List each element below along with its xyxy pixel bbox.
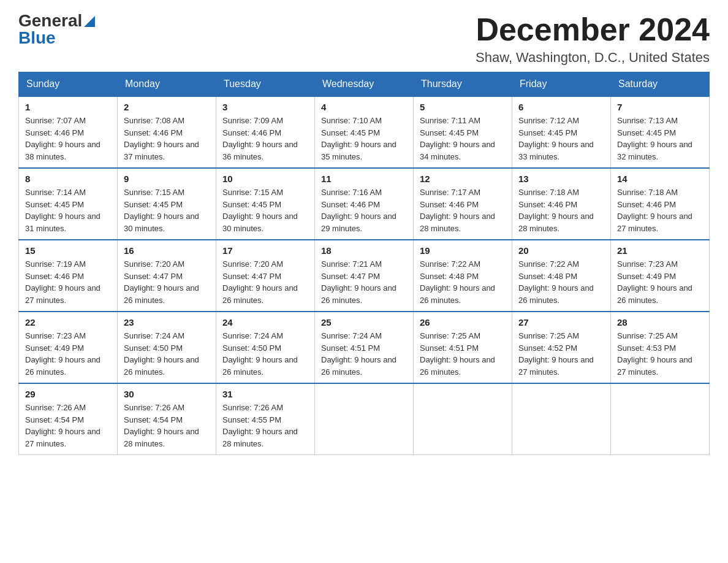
calendar-day-cell: 9 Sunrise: 7:15 AM Sunset: 4:45 PM Dayli… (118, 168, 216, 240)
calendar-day-cell: 3 Sunrise: 7:09 AM Sunset: 4:46 PM Dayli… (216, 96, 315, 168)
day-number: 21 (617, 245, 703, 256)
day-info: Sunrise: 7:14 AM Sunset: 4:45 PM Dayligh… (25, 186, 111, 234)
day-info: Sunrise: 7:25 AM Sunset: 4:51 PM Dayligh… (420, 330, 506, 378)
day-info: Sunrise: 7:20 AM Sunset: 4:47 PM Dayligh… (222, 258, 308, 306)
header-wednesday: Wednesday (315, 72, 414, 97)
calendar-week-row: 29 Sunrise: 7:26 AM Sunset: 4:54 PM Dayl… (19, 383, 710, 455)
day-number: 5 (420, 102, 506, 112)
header-saturday: Saturday (611, 72, 710, 97)
day-info: Sunrise: 7:13 AM Sunset: 4:45 PM Dayligh… (617, 115, 703, 163)
day-number: 7 (617, 102, 703, 112)
calendar-table: Sunday Monday Tuesday Wednesday Thursday… (18, 72, 710, 455)
calendar-day-cell (611, 383, 710, 455)
header-monday: Monday (118, 72, 216, 97)
day-info: Sunrise: 7:18 AM Sunset: 4:46 PM Dayligh… (617, 186, 703, 234)
calendar-day-cell: 31 Sunrise: 7:26 AM Sunset: 4:55 PM Dayl… (216, 383, 315, 455)
header-thursday: Thursday (414, 72, 512, 97)
calendar-day-cell: 1 Sunrise: 7:07 AM Sunset: 4:46 PM Dayli… (19, 96, 118, 168)
calendar-day-cell: 19 Sunrise: 7:22 AM Sunset: 4:48 PM Dayl… (414, 240, 512, 312)
day-info: Sunrise: 7:22 AM Sunset: 4:48 PM Dayligh… (518, 258, 604, 306)
day-number: 9 (124, 174, 210, 184)
header-friday: Friday (512, 72, 611, 97)
day-number: 4 (321, 102, 407, 112)
day-info: Sunrise: 7:26 AM Sunset: 4:54 PM Dayligh… (124, 402, 210, 450)
day-info: Sunrise: 7:12 AM Sunset: 4:45 PM Dayligh… (518, 115, 604, 163)
calendar-day-cell: 11 Sunrise: 7:16 AM Sunset: 4:46 PM Dayl… (315, 168, 414, 240)
day-number: 14 (617, 174, 703, 184)
day-number: 30 (124, 389, 210, 399)
calendar-day-cell: 13 Sunrise: 7:18 AM Sunset: 4:46 PM Dayl… (512, 168, 611, 240)
month-year-title: December 2024 (476, 12, 710, 47)
day-info: Sunrise: 7:21 AM Sunset: 4:47 PM Dayligh… (321, 258, 407, 306)
day-info: Sunrise: 7:24 AM Sunset: 4:50 PM Dayligh… (124, 330, 210, 378)
day-number: 10 (222, 174, 308, 184)
calendar-day-cell: 23 Sunrise: 7:24 AM Sunset: 4:50 PM Dayl… (118, 312, 216, 383)
day-number: 6 (518, 102, 604, 112)
calendar-day-cell: 18 Sunrise: 7:21 AM Sunset: 4:47 PM Dayl… (315, 240, 414, 312)
day-info: Sunrise: 7:25 AM Sunset: 4:53 PM Dayligh… (617, 330, 703, 378)
calendar-day-cell: 10 Sunrise: 7:15 AM Sunset: 4:45 PM Dayl… (216, 168, 315, 240)
day-info: Sunrise: 7:10 AM Sunset: 4:45 PM Dayligh… (321, 115, 407, 163)
calendar-week-row: 8 Sunrise: 7:14 AM Sunset: 4:45 PM Dayli… (19, 168, 710, 240)
weekday-header-row: Sunday Monday Tuesday Wednesday Thursday… (19, 72, 710, 97)
day-info: Sunrise: 7:26 AM Sunset: 4:54 PM Dayligh… (25, 402, 111, 450)
calendar-day-cell: 16 Sunrise: 7:20 AM Sunset: 4:47 PM Dayl… (118, 240, 216, 312)
day-info: Sunrise: 7:23 AM Sunset: 4:49 PM Dayligh… (617, 258, 703, 306)
day-info: Sunrise: 7:15 AM Sunset: 4:45 PM Dayligh… (124, 186, 210, 234)
calendar-day-cell: 2 Sunrise: 7:08 AM Sunset: 4:46 PM Dayli… (118, 96, 216, 168)
title-area: December 2024 Shaw, Washington, D.C., Un… (476, 12, 710, 66)
day-number: 27 (518, 317, 604, 327)
day-number: 13 (518, 174, 604, 184)
day-number: 23 (124, 317, 210, 327)
calendar-day-cell (512, 383, 611, 455)
day-number: 29 (25, 389, 111, 399)
logo: General Blue (18, 12, 95, 47)
location-subtitle: Shaw, Washington, D.C., United States (476, 50, 710, 66)
header-sunday: Sunday (19, 72, 118, 97)
calendar-day-cell: 22 Sunrise: 7:23 AM Sunset: 4:49 PM Dayl… (19, 312, 118, 383)
day-info: Sunrise: 7:17 AM Sunset: 4:46 PM Dayligh… (420, 186, 506, 234)
day-number: 28 (617, 317, 703, 327)
day-number: 11 (321, 174, 407, 184)
calendar-day-cell: 25 Sunrise: 7:24 AM Sunset: 4:51 PM Dayl… (315, 312, 414, 383)
calendar-day-cell: 29 Sunrise: 7:26 AM Sunset: 4:54 PM Dayl… (19, 383, 118, 455)
day-number: 18 (321, 245, 407, 256)
day-number: 20 (518, 245, 604, 256)
day-info: Sunrise: 7:25 AM Sunset: 4:52 PM Dayligh… (518, 330, 604, 378)
day-number: 25 (321, 317, 407, 327)
calendar-week-row: 15 Sunrise: 7:19 AM Sunset: 4:46 PM Dayl… (19, 240, 710, 312)
header-tuesday: Tuesday (216, 72, 315, 97)
calendar-day-cell: 12 Sunrise: 7:17 AM Sunset: 4:46 PM Dayl… (414, 168, 512, 240)
page-header: General Blue December 2024 Shaw, Washing… (18, 12, 710, 66)
calendar-day-cell: 8 Sunrise: 7:14 AM Sunset: 4:45 PM Dayli… (19, 168, 118, 240)
day-info: Sunrise: 7:26 AM Sunset: 4:55 PM Dayligh… (222, 402, 308, 450)
day-number: 22 (25, 317, 111, 327)
calendar-day-cell: 7 Sunrise: 7:13 AM Sunset: 4:45 PM Dayli… (611, 96, 710, 168)
day-number: 2 (124, 102, 210, 112)
logo-blue: Blue (18, 28, 56, 47)
day-info: Sunrise: 7:07 AM Sunset: 4:46 PM Dayligh… (25, 115, 111, 163)
calendar-day-cell: 30 Sunrise: 7:26 AM Sunset: 4:54 PM Dayl… (118, 383, 216, 455)
day-info: Sunrise: 7:18 AM Sunset: 4:46 PM Dayligh… (518, 186, 604, 234)
day-info: Sunrise: 7:09 AM Sunset: 4:46 PM Dayligh… (222, 115, 308, 163)
calendar-day-cell: 15 Sunrise: 7:19 AM Sunset: 4:46 PM Dayl… (19, 240, 118, 312)
day-info: Sunrise: 7:08 AM Sunset: 4:46 PM Dayligh… (124, 115, 210, 163)
day-number: 19 (420, 245, 506, 256)
calendar-day-cell (315, 383, 414, 455)
calendar-week-row: 22 Sunrise: 7:23 AM Sunset: 4:49 PM Dayl… (19, 312, 710, 383)
day-number: 12 (420, 174, 506, 184)
day-info: Sunrise: 7:20 AM Sunset: 4:47 PM Dayligh… (124, 258, 210, 306)
day-info: Sunrise: 7:22 AM Sunset: 4:48 PM Dayligh… (420, 258, 506, 306)
day-number: 17 (222, 245, 308, 256)
calendar-day-cell: 5 Sunrise: 7:11 AM Sunset: 4:45 PM Dayli… (414, 96, 512, 168)
calendar-day-cell: 26 Sunrise: 7:25 AM Sunset: 4:51 PM Dayl… (414, 312, 512, 383)
calendar-day-cell: 17 Sunrise: 7:20 AM Sunset: 4:47 PM Dayl… (216, 240, 315, 312)
calendar-day-cell: 27 Sunrise: 7:25 AM Sunset: 4:52 PM Dayl… (512, 312, 611, 383)
day-info: Sunrise: 7:24 AM Sunset: 4:50 PM Dayligh… (222, 330, 308, 378)
logo-triangle-icon (84, 13, 95, 29)
day-info: Sunrise: 7:23 AM Sunset: 4:49 PM Dayligh… (25, 330, 111, 378)
day-info: Sunrise: 7:19 AM Sunset: 4:46 PM Dayligh… (25, 258, 111, 306)
calendar-day-cell: 28 Sunrise: 7:25 AM Sunset: 4:53 PM Dayl… (611, 312, 710, 383)
svg-marker-0 (84, 16, 95, 27)
day-number: 8 (25, 174, 111, 184)
